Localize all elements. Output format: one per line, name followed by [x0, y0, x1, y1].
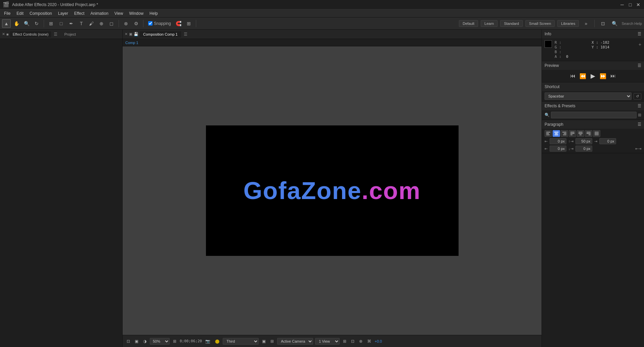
preview-play-btn[interactable]: ▶: [589, 72, 597, 80]
comp-viewer-opts2-btn[interactable]: ⊞: [269, 338, 275, 344]
align-btn[interactable]: ⊞: [184, 19, 193, 28]
select-tool-button[interactable]: ▲: [2, 19, 11, 28]
preview-first-btn[interactable]: ⏮: [569, 72, 577, 80]
eraser-tool-button[interactable]: ◻: [107, 19, 116, 28]
shortcut-reset-btn[interactable]: ↺: [634, 93, 641, 100]
title-bar: 🎬 Adobe After Effects 2020 - Untitled Pr…: [0, 0, 644, 9]
comp-preview-btn[interactable]: ▣: [133, 338, 140, 344]
tab-project-label: Project: [64, 32, 76, 36]
info-a-value: 0: [566, 54, 586, 59]
left-panel-close-icon[interactable]: ✕: [2, 32, 5, 36]
paragraph-header[interactable]: Paragraph ☰: [542, 120, 644, 129]
para-justify-right-btn[interactable]: [585, 130, 592, 137]
para-first-indent-input[interactable]: [550, 146, 566, 152]
effects-options-icon[interactable]: ⊞: [638, 113, 641, 117]
panel-menu-icon[interactable]: ☰: [54, 32, 57, 37]
para-justify-full-btn[interactable]: [593, 130, 600, 137]
workspace-small-screen[interactable]: Small Screen: [525, 20, 555, 27]
breadcrumb-comp1[interactable]: Comp 1: [125, 41, 138, 45]
comp-views-select[interactable]: 1 View 2 Views 4 Views: [315, 338, 340, 345]
comp-tab-icon: ▣: [129, 32, 132, 36]
menu-animation[interactable]: Animation: [88, 10, 111, 16]
workspace-more-button[interactable]: »: [582, 19, 590, 28]
para-space-before-input[interactable]: [575, 138, 592, 144]
menu-effect[interactable]: Effect: [72, 10, 87, 16]
text-tool-button[interactable]: T: [77, 19, 86, 28]
preview-last-btn[interactable]: ⏭: [609, 72, 617, 80]
svg-rect-18: [595, 132, 599, 132]
menu-composition[interactable]: Composition: [27, 10, 55, 16]
menu-file[interactable]: File: [1, 10, 13, 16]
effects-presets-menu-icon[interactable]: ☰: [638, 104, 641, 108]
effects-search-input[interactable]: [551, 112, 637, 118]
snapping-magnet-icon[interactable]: 🧲: [174, 19, 183, 28]
workspace-learn[interactable]: Learn: [481, 20, 498, 27]
para-indent-left-input[interactable]: [550, 138, 566, 144]
workspace-standard[interactable]: Standard: [500, 20, 523, 27]
menu-window[interactable]: Window: [126, 10, 146, 16]
paragraph-menu-icon[interactable]: ☰: [638, 122, 641, 127]
comp-zoom-select[interactable]: 50% 100% 25%: [150, 338, 170, 345]
effects-search: 🔍 ⊞: [542, 110, 644, 120]
close-button[interactable]: ✕: [635, 2, 641, 8]
comp-camera-select[interactable]: Active Camera Camera 1: [277, 338, 313, 345]
tab-project[interactable]: Project: [61, 31, 78, 37]
para-indent-right-input[interactable]: [599, 138, 616, 144]
info-menu-icon[interactable]: ☰: [638, 32, 641, 36]
brush-tool-button[interactable]: 🖌: [87, 19, 96, 28]
comp-3d-btn[interactable]: ⌘: [366, 338, 373, 344]
zoom-tool-button[interactable]: 🔍: [22, 19, 31, 28]
comp-tab-close-icon[interactable]: ✕: [125, 32, 128, 36]
comp-color-btn[interactable]: ⬤: [214, 338, 221, 344]
comp-camera-icon[interactable]: 📷: [204, 338, 212, 344]
shortcut-select[interactable]: Spacebar: [545, 92, 632, 100]
minimize-button[interactable]: ─: [619, 2, 625, 8]
menu-view[interactable]: View: [112, 10, 126, 16]
para-align-center-btn[interactable]: [553, 130, 560, 137]
comp-grid-btn[interactable]: ⊞: [342, 338, 348, 344]
camera-rotate-button[interactable]: ↻: [32, 19, 41, 28]
para-align-left-btn[interactable]: [545, 130, 552, 137]
pen-tool-button[interactable]: ✒: [67, 19, 76, 28]
roto-tool-button[interactable]: ⊗: [122, 19, 130, 28]
tab-effect-controls-label: Effect Controls (none): [13, 32, 49, 36]
workspace-default[interactable]: Default: [459, 20, 478, 27]
comp-panel-menu-icon[interactable]: ☰: [184, 32, 187, 37]
effects-presets-header[interactable]: Effects & Presets ☰: [542, 102, 644, 110]
preview-forward-btn[interactable]: ⏩: [599, 72, 607, 80]
menu-layer[interactable]: Layer: [55, 10, 71, 16]
info-color-swatch: [545, 40, 552, 48]
preview-rewind-btn[interactable]: ⏪: [579, 72, 587, 80]
shortcut-header[interactable]: Shortcut: [542, 82, 644, 91]
workspace-libraries[interactable]: Libraries: [557, 20, 579, 27]
preview-header[interactable]: Preview ☰: [542, 61, 644, 70]
para-justify-left-btn[interactable]: [569, 130, 576, 137]
tab-comp1[interactable]: Composition Comp 1: [140, 31, 181, 37]
puppet-tool-button[interactable]: ⚙: [132, 19, 140, 28]
preview-menu-icon[interactable]: ☰: [638, 63, 641, 68]
comp-guide-btn[interactable]: ⊡: [350, 338, 356, 344]
comp-view-select[interactable]: Third Active Camera Front: [223, 338, 259, 345]
comp-alpha-btn[interactable]: ◑: [142, 338, 148, 344]
hand-tool-button[interactable]: ✋: [12, 19, 21, 28]
snapping-checkbox[interactable]: [148, 21, 153, 26]
rect-tool-button[interactable]: □: [57, 19, 66, 28]
search-help-button[interactable]: 🔍: [610, 19, 619, 28]
comp-mask-btn[interactable]: ⊗: [358, 338, 364, 344]
comp-fit-btn[interactable]: ⊞: [172, 338, 178, 344]
para-space-after-input[interactable]: [575, 146, 592, 152]
para-align-right-btn[interactable]: [561, 130, 568, 137]
behind-tool-button[interactable]: ⊞: [47, 19, 55, 28]
para-justify-center-btn[interactable]: [577, 130, 584, 137]
sync-settings-button[interactable]: ⊡: [599, 19, 607, 28]
menu-help[interactable]: Help: [147, 10, 161, 16]
tab-effect-controls[interactable]: Effect Controls (none): [10, 31, 51, 37]
stamp-tool-button[interactable]: ⊕: [97, 19, 106, 28]
comp-snapshot-btn[interactable]: ⊡: [125, 338, 131, 344]
info-header[interactable]: Info ☰: [542, 30, 644, 38]
maximize-button[interactable]: □: [627, 2, 633, 8]
svg-rect-3: [554, 132, 558, 132]
shortcut-row: Spacebar ↺: [542, 91, 644, 101]
comp-viewer-opts-btn[interactable]: ▣: [261, 338, 267, 344]
menu-edit[interactable]: Edit: [14, 10, 26, 16]
